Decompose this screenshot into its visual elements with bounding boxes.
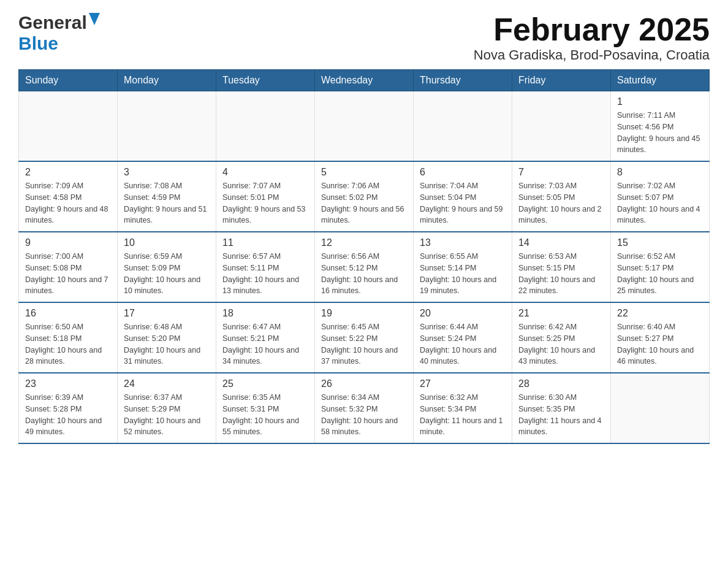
day-number: 24 (124, 378, 210, 389)
day-info-line: Sunrise: 6:42 AM (518, 323, 577, 331)
day-info-line: Sunrise: 6:40 AM (617, 323, 675, 331)
day-info: Sunrise: 6:44 AMSunset: 5:24 PMDaylight:… (420, 321, 506, 367)
day-info-line: Sunrise: 6:50 AM (25, 323, 83, 331)
day-info-line: Sunset: 5:28 PM (25, 405, 82, 413)
day-number: 19 (321, 308, 407, 319)
col-monday: Monday (118, 70, 216, 91)
day-info: Sunrise: 7:07 AMSunset: 5:01 PMDaylight:… (222, 180, 308, 226)
table-row: 28Sunrise: 6:30 AMSunset: 5:35 PMDayligh… (512, 373, 611, 443)
day-info-line: Sunrise: 6:32 AM (420, 393, 478, 402)
col-thursday: Thursday (414, 70, 512, 91)
day-info-line: Sunrise: 6:52 AM (617, 252, 675, 261)
table-row (315, 91, 414, 162)
day-info-line: Daylight: 9 hours and 53 minutes. (222, 205, 306, 225)
table-row: 21Sunrise: 6:42 AMSunset: 5:25 PMDayligh… (512, 302, 611, 373)
day-info: Sunrise: 6:56 AMSunset: 5:12 PMDaylight:… (321, 251, 407, 297)
day-info-line: Sunrise: 7:06 AM (321, 182, 379, 190)
table-row: 13Sunrise: 6:55 AMSunset: 5:14 PMDayligh… (414, 232, 512, 302)
day-info-line: Sunset: 5:35 PM (518, 405, 575, 413)
day-number: 5 (321, 167, 407, 178)
day-info-line: Daylight: 10 hours and 22 minutes. (518, 275, 595, 296)
day-info-line: Sunrise: 6:48 AM (124, 323, 182, 331)
table-row: 9Sunrise: 7:00 AMSunset: 5:08 PMDaylight… (19, 232, 118, 302)
day-info-line: Sunset: 5:08 PM (25, 264, 82, 272)
day-number: 2 (25, 167, 111, 178)
day-number: 20 (420, 308, 506, 319)
day-number: 1 (617, 96, 703, 107)
day-info-line: Sunrise: 6:47 AM (222, 323, 281, 331)
day-number: 26 (321, 378, 407, 389)
day-info-line: Sunset: 5:04 PM (420, 193, 476, 202)
calendar-week-row: 2Sunrise: 7:09 AMSunset: 4:58 PMDaylight… (19, 161, 710, 232)
day-info-line: Sunrise: 6:30 AM (518, 393, 577, 402)
day-info-line: Sunset: 4:58 PM (25, 193, 82, 202)
table-row: 20Sunrise: 6:44 AMSunset: 5:24 PMDayligh… (414, 302, 512, 373)
col-tuesday: Tuesday (216, 70, 315, 91)
col-wednesday: Wednesday (315, 70, 414, 91)
day-info-line: Daylight: 10 hours and 46 minutes. (617, 346, 694, 366)
day-info: Sunrise: 6:37 AMSunset: 5:29 PMDaylight:… (124, 392, 210, 438)
day-info-line: Sunrise: 7:02 AM (617, 182, 675, 190)
table-row: 17Sunrise: 6:48 AMSunset: 5:20 PMDayligh… (118, 302, 216, 373)
day-info-line: Daylight: 10 hours and 7 minutes. (25, 275, 108, 296)
table-row: 11Sunrise: 6:57 AMSunset: 5:11 PMDayligh… (216, 232, 315, 302)
table-row: 1Sunrise: 7:11 AMSunset: 4:56 PMDaylight… (611, 91, 710, 162)
day-info-line: Daylight: 10 hours and 25 minutes. (617, 275, 694, 296)
table-row: 18Sunrise: 6:47 AMSunset: 5:21 PMDayligh… (216, 302, 315, 373)
day-info-line: Sunrise: 7:00 AM (25, 252, 83, 261)
day-info-line: Daylight: 10 hours and 10 minutes. (124, 275, 200, 296)
title-block: February 2025 Nova Gradiska, Brod-Posavi… (474, 12, 710, 63)
day-info-line: Sunset: 5:22 PM (321, 334, 377, 343)
calendar-table: Sunday Monday Tuesday Wednesday Thursday… (18, 69, 710, 444)
day-info-line: Sunrise: 6:56 AM (321, 252, 379, 261)
table-row: 4Sunrise: 7:07 AMSunset: 5:01 PMDaylight… (216, 161, 315, 232)
day-number: 8 (617, 167, 703, 178)
day-info-line: Sunrise: 6:45 AM (321, 323, 379, 331)
table-row: 24Sunrise: 6:37 AMSunset: 5:29 PMDayligh… (118, 373, 216, 443)
svg-marker-0 (89, 13, 100, 25)
table-row: 2Sunrise: 7:09 AMSunset: 4:58 PMDaylight… (19, 161, 118, 232)
day-info: Sunrise: 6:30 AMSunset: 5:35 PMDaylight:… (518, 392, 604, 438)
table-row: 15Sunrise: 6:52 AMSunset: 5:17 PMDayligh… (611, 232, 710, 302)
table-row: 16Sunrise: 6:50 AMSunset: 5:18 PMDayligh… (19, 302, 118, 373)
day-info-line: Daylight: 11 hours and 1 minute. (420, 416, 503, 437)
day-info: Sunrise: 6:47 AMSunset: 5:21 PMDaylight:… (222, 321, 308, 367)
day-info: Sunrise: 7:08 AMSunset: 4:59 PMDaylight:… (124, 180, 210, 226)
calendar-week-row: 23Sunrise: 6:39 AMSunset: 5:28 PMDayligh… (19, 373, 710, 443)
day-info-line: Sunset: 5:25 PM (518, 334, 575, 343)
day-info-line: Daylight: 10 hours and 28 minutes. (25, 346, 102, 366)
table-row: 23Sunrise: 6:39 AMSunset: 5:28 PMDayligh… (19, 373, 118, 443)
day-info-line: Sunrise: 6:57 AM (222, 252, 281, 261)
day-info-line: Sunrise: 7:11 AM (617, 111, 675, 120)
day-info-line: Sunrise: 6:37 AM (124, 393, 182, 402)
day-info-line: Daylight: 10 hours and 55 minutes. (222, 416, 299, 437)
day-info: Sunrise: 6:48 AMSunset: 5:20 PMDaylight:… (124, 321, 210, 367)
day-info-line: Sunrise: 7:08 AM (124, 182, 182, 190)
logo: General Blue (18, 12, 100, 54)
day-info-line: Sunset: 5:14 PM (420, 264, 476, 272)
day-number: 9 (25, 237, 111, 248)
day-info: Sunrise: 6:35 AMSunset: 5:31 PMDaylight:… (222, 392, 308, 438)
day-info-line: Sunset: 5:31 PM (222, 405, 279, 413)
day-info: Sunrise: 6:52 AMSunset: 5:17 PMDaylight:… (617, 251, 703, 297)
table-row: 12Sunrise: 6:56 AMSunset: 5:12 PMDayligh… (315, 232, 414, 302)
day-info-line: Daylight: 10 hours and 58 minutes. (321, 416, 398, 437)
day-info-line: Daylight: 10 hours and 49 minutes. (25, 416, 102, 437)
calendar-week-row: 1Sunrise: 7:11 AMSunset: 4:56 PMDaylight… (19, 91, 710, 162)
day-info: Sunrise: 6:32 AMSunset: 5:34 PMDaylight:… (420, 392, 506, 438)
day-info-line: Daylight: 10 hours and 16 minutes. (321, 275, 398, 296)
day-info: Sunrise: 6:39 AMSunset: 5:28 PMDaylight:… (25, 392, 111, 438)
day-info-line: Sunrise: 6:59 AM (124, 252, 182, 261)
day-info-line: Sunrise: 7:04 AM (420, 182, 478, 190)
day-info-line: Daylight: 10 hours and 37 minutes. (321, 346, 398, 366)
day-number: 27 (420, 378, 506, 389)
day-number: 3 (124, 167, 210, 178)
day-info-line: Sunset: 5:11 PM (222, 264, 279, 272)
day-info-line: Sunset: 5:21 PM (222, 334, 279, 343)
day-info-line: Sunrise: 7:03 AM (518, 182, 577, 190)
table-row: 19Sunrise: 6:45 AMSunset: 5:22 PMDayligh… (315, 302, 414, 373)
day-number: 11 (222, 237, 308, 248)
day-number: 15 (617, 237, 703, 248)
day-info-line: Daylight: 10 hours and 31 minutes. (124, 346, 200, 366)
day-info-line: Sunrise: 6:35 AM (222, 393, 281, 402)
